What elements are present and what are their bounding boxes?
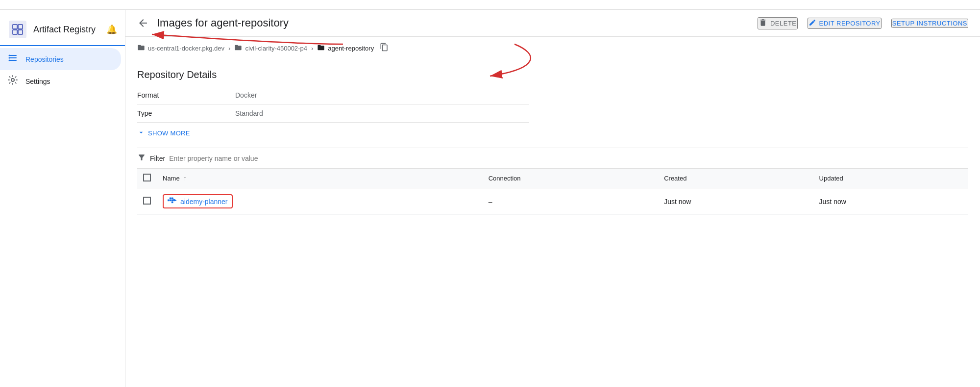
- detail-label-format: Format: [137, 86, 235, 104]
- docker-icon: [168, 197, 177, 206]
- setup-instructions-button[interactable]: SETUP INSTRUCTIONS: [891, 19, 968, 28]
- row-created: Just now: [658, 188, 813, 215]
- details-table: Format Docker Type Standard: [137, 86, 529, 123]
- table-header-row: Name ↑ Connection Created Updated: [137, 169, 968, 188]
- page-title: Images for agent-repository: [157, 17, 750, 29]
- settings-icon: [8, 75, 18, 87]
- col-name: Name ↑: [157, 169, 483, 188]
- select-all-header: [137, 169, 157, 188]
- image-link[interactable]: aidemy-planner: [180, 198, 228, 206]
- svg-rect-15: [172, 200, 173, 201]
- filter-bar: Filter: [137, 148, 968, 169]
- row-connection: –: [483, 188, 658, 215]
- sidebar-item-repositories[interactable]: Repositories: [0, 48, 121, 70]
- breadcrumb-project[interactable]: civil-clarity-450002-p4: [234, 44, 307, 53]
- bell-icon[interactable]: 🔔: [106, 24, 117, 35]
- images-table: Name ↑ Connection Created Updated: [137, 169, 968, 215]
- section-title: Repository Details: [137, 69, 968, 80]
- svg-point-9: [9, 57, 10, 59]
- folder-icon: [137, 44, 145, 53]
- row-checkbox-cell: [137, 188, 157, 215]
- svg-rect-16: [172, 198, 173, 199]
- folder-icon-dark: [317, 44, 325, 53]
- sidebar-nav: Repositories Settings: [0, 46, 125, 92]
- row-updated: Just now: [813, 188, 968, 215]
- folder-icon-2: [234, 44, 242, 53]
- sidebar-settings-label: Settings: [25, 77, 50, 85]
- row-name-cell: aidemy-planner: [157, 188, 483, 215]
- content-body: Repository Details Format Docker Type St…: [125, 59, 980, 387]
- delete-icon: [759, 18, 767, 28]
- sidebar-title: Artifact Registry: [33, 25, 96, 35]
- col-created: Created: [658, 169, 813, 188]
- breadcrumb-sep-2: ›: [311, 45, 313, 52]
- row-checkbox[interactable]: [143, 197, 151, 205]
- svg-point-8: [9, 55, 10, 56]
- breadcrumb-registry[interactable]: us-central1-docker.pkg.dev: [137, 44, 224, 53]
- svg-rect-12: [168, 200, 169, 201]
- edit-icon: [808, 19, 816, 28]
- detail-label-type: Type: [137, 104, 235, 123]
- col-updated: Updated: [813, 169, 968, 188]
- svg-rect-18: [172, 202, 173, 203]
- svg-rect-13: [170, 200, 171, 201]
- breadcrumb: us-central1-docker.pkg.dev › civil-clari…: [125, 37, 980, 59]
- table-row: aidemy-planner – Just now Just now: [137, 188, 968, 215]
- svg-point-10: [9, 60, 10, 61]
- sidebar-repositories-label: Repositories: [25, 55, 64, 63]
- chevron-down-icon: [137, 129, 145, 138]
- detail-row-type: Type Standard: [137, 104, 529, 123]
- filter-icon: [137, 153, 146, 163]
- breadcrumb-repo[interactable]: agent-repository: [317, 44, 374, 53]
- sidebar: Artifact Registry 🔔 Repositories: [0, 10, 125, 387]
- detail-value-type: Standard: [235, 104, 529, 123]
- sort-icon[interactable]: ↑: [183, 175, 186, 182]
- list-icon: [8, 53, 18, 65]
- artifact-registry-logo: [8, 20, 27, 39]
- sidebar-header: Artifact Registry 🔔: [0, 14, 125, 45]
- detail-value-format: Docker: [235, 86, 529, 104]
- svg-rect-14: [170, 198, 171, 199]
- content-header: Images for agent-repository DELETE: [125, 10, 980, 37]
- col-connection: Connection: [483, 169, 658, 188]
- detail-row-format: Format Docker: [137, 86, 529, 104]
- edit-repository-button[interactable]: EDIT REPOSITORY: [808, 18, 882, 29]
- back-button[interactable]: [137, 17, 149, 29]
- select-all-checkbox[interactable]: [143, 174, 151, 181]
- header-actions: DELETE EDIT REPOSITORY SETUP INSTRUCTION…: [758, 17, 968, 29]
- copy-icon[interactable]: [380, 43, 389, 53]
- sidebar-item-settings[interactable]: Settings: [0, 70, 121, 92]
- svg-point-11: [11, 78, 14, 81]
- breadcrumb-sep-1: ›: [228, 45, 230, 52]
- delete-button[interactable]: DELETE: [758, 17, 798, 29]
- filter-input[interactable]: [169, 155, 968, 162]
- show-more-button[interactable]: SHOW MORE: [137, 129, 968, 138]
- filter-label: Filter: [150, 155, 165, 162]
- main-content: Images for agent-repository DELETE: [125, 10, 980, 387]
- svg-rect-0: [9, 21, 26, 38]
